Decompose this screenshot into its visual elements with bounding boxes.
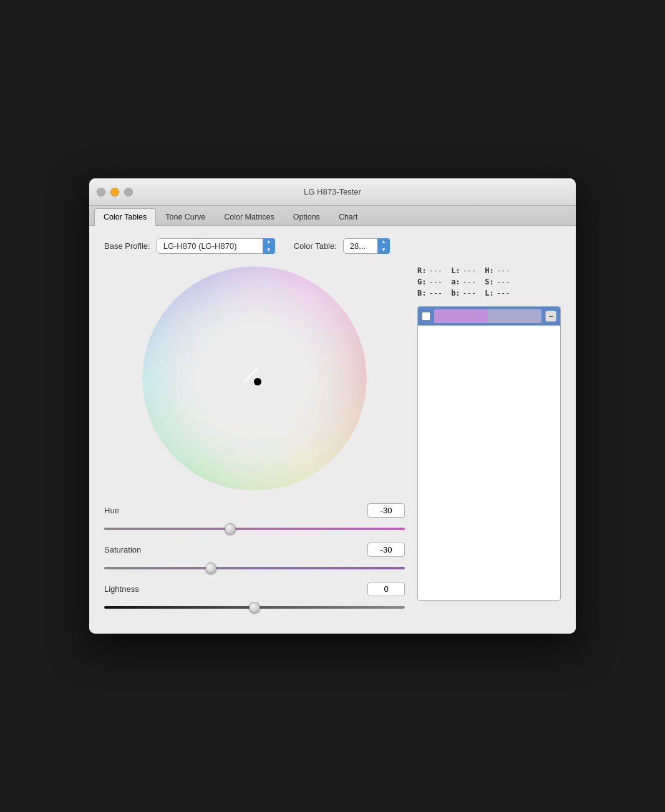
color-table-label: Color Table: xyxy=(294,241,337,251)
a-info: a: --- xyxy=(451,278,476,286)
color-info-row-1: R: --- L: --- H: --- xyxy=(417,266,561,275)
left-panel: Hue Saturation xyxy=(104,266,405,621)
app-window: LG H873-Tester Color Tables Tone Curve C… xyxy=(89,178,576,634)
l1-info: L: --- xyxy=(451,266,476,275)
saturation-slider[interactable] xyxy=(104,567,405,569)
titlebar: LG H873-Tester xyxy=(89,178,576,206)
color-wheel-center-dot xyxy=(254,378,261,385)
lightness-value-input[interactable] xyxy=(367,582,405,596)
hue-slider-header: Hue xyxy=(104,503,405,518)
hue-slider-row: Hue xyxy=(104,503,405,533)
saturation-slider-header: Saturation xyxy=(104,543,405,557)
window-title: LG H873-Tester xyxy=(304,187,361,196)
color-table-select-wrapper: 28... ▲ ▼ xyxy=(343,238,390,254)
color-list-header: − xyxy=(418,307,560,326)
color-swatch[interactable] xyxy=(434,309,541,323)
base-profile-select-wrapper: LG-H870 (LG-H870) ▲ ▼ xyxy=(157,238,275,254)
minimize-button[interactable] xyxy=(110,188,119,196)
lightness-slider-row: Lightness xyxy=(104,582,405,611)
l2-info: L: --- xyxy=(485,289,510,297)
color-wheel[interactable] xyxy=(142,266,367,491)
tab-color-matrices[interactable]: Color Matrices xyxy=(215,208,284,225)
color-info-row-2: G: --- a: --- S: --- xyxy=(417,278,561,286)
remove-color-button[interactable]: − xyxy=(545,311,556,322)
color-info: R: --- L: --- H: --- xyxy=(417,266,561,297)
traffic-lights xyxy=(97,188,133,196)
h-info: H: --- xyxy=(485,266,510,275)
tab-bar: Color Tables Tone Curve Color Matrices O… xyxy=(89,206,576,226)
lightness-label: Lightness xyxy=(104,584,139,594)
g-info: G: --- xyxy=(417,278,442,286)
saturation-slider-row: Saturation xyxy=(104,543,405,572)
lightness-slider[interactable] xyxy=(104,606,405,609)
color-wheel-container xyxy=(104,266,405,491)
tab-options[interactable]: Options xyxy=(284,208,329,225)
b2-info: b: --- xyxy=(451,289,476,297)
lightness-slider-header: Lightness xyxy=(104,582,405,596)
b-info: B: --- xyxy=(417,289,442,297)
tab-tone-curve[interactable]: Tone Curve xyxy=(156,208,215,225)
maximize-button[interactable] xyxy=(124,188,133,196)
sliders-section: Hue Saturation xyxy=(104,503,405,611)
color-list: − xyxy=(417,306,561,601)
right-panel: R: --- L: --- H: --- xyxy=(417,266,561,621)
saturation-label: Saturation xyxy=(104,545,141,554)
color-list-body xyxy=(418,326,560,600)
hue-label: Hue xyxy=(104,506,119,515)
tab-chart[interactable]: Chart xyxy=(329,208,367,225)
top-controls: Base Profile: LG-H870 (LG-H870) ▲ ▼ Colo… xyxy=(104,238,561,254)
base-profile-label: Base Profile: xyxy=(104,241,150,251)
color-info-row-3: B: --- b: --- L: --- xyxy=(417,289,561,297)
base-profile-group: Base Profile: LG-H870 (LG-H870) ▲ ▼ xyxy=(104,238,275,254)
main-area: Hue Saturation xyxy=(104,266,561,621)
base-profile-select[interactable]: LG-H870 (LG-H870) xyxy=(157,238,275,254)
color-table-group: Color Table: 28... ▲ ▼ xyxy=(294,238,390,254)
color-table-select[interactable]: 28... xyxy=(343,238,390,254)
s-info: S: --- xyxy=(485,278,510,286)
tab-color-tables[interactable]: Color Tables xyxy=(94,208,156,226)
content-area: Base Profile: LG-H870 (LG-H870) ▲ ▼ Colo… xyxy=(89,226,576,634)
hue-slider[interactable] xyxy=(104,528,405,530)
r-info: R: --- xyxy=(417,266,442,275)
saturation-value-input[interactable] xyxy=(367,543,405,557)
hue-value-input[interactable] xyxy=(367,503,405,518)
close-button[interactable] xyxy=(97,188,105,196)
color-list-checkbox[interactable] xyxy=(422,312,430,321)
